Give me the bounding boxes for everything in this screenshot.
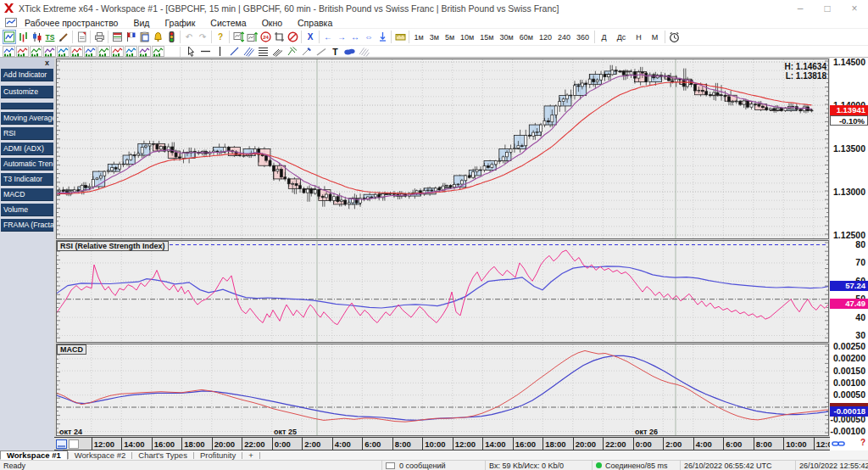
ruler-button[interactable] bbox=[393, 30, 407, 44]
sidebar-item-customize[interactable]: Customize bbox=[1, 86, 53, 98]
zoom-range-button[interactable] bbox=[231, 30, 245, 44]
sidebar-item-rsi[interactable]: RSI bbox=[1, 127, 53, 140]
indicator-preset-2-button[interactable] bbox=[15, 46, 29, 58]
workspace-tab-5[interactable]: + bbox=[242, 450, 259, 460]
menu-1[interactable]: Рабочее пространство bbox=[17, 18, 125, 28]
report-button[interactable] bbox=[75, 30, 88, 44]
line-v-tool-button[interactable] bbox=[214, 46, 227, 58]
sidebar-item-t3-indicator[interactable]: T3 Indicator bbox=[1, 173, 53, 186]
redo-button[interactable]: ↷ bbox=[196, 30, 209, 44]
no-entry-button[interactable] bbox=[286, 30, 299, 44]
status-messages[interactable]: 0 сообщений bbox=[381, 461, 485, 470]
sidebar-item-automatic-trend[interactable]: Automatic Trend bbox=[1, 158, 53, 171]
axis-properties-icon[interactable] bbox=[56, 439, 67, 449]
undo-button[interactable]: ↶ bbox=[182, 30, 196, 44]
arrow-right-button[interactable]: → bbox=[335, 30, 348, 44]
parallel-lines-tool-button[interactable] bbox=[242, 46, 256, 58]
indicator-preset-11-button[interactable] bbox=[137, 46, 151, 58]
ray-tool-button[interactable] bbox=[314, 46, 328, 58]
indicator-preset-12-button[interactable] bbox=[151, 46, 164, 58]
timeframe-5м-button[interactable]: 5м bbox=[442, 31, 457, 44]
timeframe-60м-button[interactable]: 60м bbox=[516, 31, 536, 44]
quotes-table-button[interactable] bbox=[110, 30, 124, 44]
arrow-both2-button[interactable]: ⇔ bbox=[362, 30, 376, 44]
menu-4[interactable]: Система bbox=[203, 18, 253, 28]
indicator-preset-8-button[interactable] bbox=[97, 46, 110, 58]
hours-24-button[interactable]: 24 bbox=[259, 30, 272, 44]
workspace-tab-4[interactable]: Profitunity bbox=[194, 450, 242, 460]
workspace-tab-1[interactable]: Workspace #1 bbox=[0, 450, 68, 460]
minimize-button[interactable]: – bbox=[787, 0, 814, 16]
chart-candles-button[interactable] bbox=[30, 30, 43, 44]
traffic-light-button[interactable] bbox=[164, 30, 178, 44]
help-question-icon[interactable]: ? bbox=[860, 438, 865, 447]
sidebar-item-add-indicator[interactable]: Add Indicator bbox=[1, 69, 53, 81]
arrow-both-button[interactable]: ↔ bbox=[348, 30, 362, 44]
sidebar-item-volume[interactable]: Volume bbox=[1, 204, 53, 216]
printer-button[interactable] bbox=[92, 30, 106, 44]
period-Дс-button[interactable]: Дс bbox=[612, 31, 632, 44]
menu-3[interactable]: График bbox=[157, 18, 203, 28]
period-М-button[interactable]: М bbox=[647, 31, 664, 44]
sidebar-item-admi-adx[interactable]: ADMI (ADX) bbox=[1, 143, 53, 155]
sidebar-close-icon[interactable]: x bbox=[45, 59, 49, 67]
help-key-button[interactable]: ? bbox=[214, 30, 227, 44]
period-Д-button[interactable]: Д bbox=[597, 31, 612, 44]
indicator-preset-5-button[interactable] bbox=[56, 46, 70, 58]
timeframe-240-button[interactable]: 240 bbox=[554, 31, 573, 44]
sidebar-item-frama-fractal-a[interactable]: FRAMA (Fractal A bbox=[1, 219, 53, 232]
ts-mode-button[interactable]: TS bbox=[43, 30, 57, 44]
close-button[interactable]: × bbox=[841, 0, 868, 16]
hatch-tool-button[interactable] bbox=[358, 46, 371, 58]
time-axis[interactable]: 12:0014:0016:0018:0020:0022:000:002:004:… bbox=[54, 437, 830, 450]
timeframe-1м-button[interactable]: 1м bbox=[411, 31, 426, 44]
period-Н-button[interactable]: Н bbox=[631, 31, 647, 44]
chart-line-button[interactable] bbox=[3, 30, 16, 44]
indicator-preset-1-button[interactable] bbox=[2, 46, 15, 58]
pencil-button[interactable] bbox=[57, 30, 70, 44]
line-d-tool-button[interactable] bbox=[228, 46, 242, 58]
sidebar-item-macd[interactable]: MACD bbox=[1, 188, 53, 201]
line-h-tool-button[interactable] bbox=[199, 46, 213, 58]
menu-5[interactable]: Окно bbox=[254, 18, 290, 28]
timeframe-120-button[interactable]: 120 bbox=[536, 31, 554, 44]
indicator-preset-9-button[interactable] bbox=[110, 46, 124, 58]
timeframe-360-button[interactable]: 360 bbox=[573, 31, 592, 44]
link-charts-icon[interactable] bbox=[832, 439, 845, 449]
cloud-tool-button[interactable] bbox=[343, 46, 357, 58]
indicator-preset-10-button[interactable] bbox=[124, 46, 137, 58]
timeframe-10м-button[interactable]: 10м bbox=[458, 31, 477, 44]
pitchfork-tool-button[interactable] bbox=[286, 46, 299, 58]
fib-channel-tool-button[interactable] bbox=[271, 46, 285, 58]
zoom-up-button[interactable] bbox=[245, 30, 259, 44]
fib-retracement-tool-button[interactable] bbox=[257, 46, 270, 58]
price-scale[interactable]: 1.145001.140001.135001.130001.125001.139… bbox=[830, 58, 868, 437]
axis-blank-button[interactable] bbox=[69, 439, 79, 449]
chart-bars-button[interactable] bbox=[16, 30, 30, 44]
text-tool-tool-button[interactable]: T bbox=[329, 46, 342, 58]
maximize-button[interactable]: □ bbox=[814, 0, 841, 16]
clipboard-button[interactable] bbox=[137, 30, 151, 44]
arrow-last-button[interactable] bbox=[376, 30, 389, 44]
alarm-clock-button[interactable] bbox=[667, 30, 681, 44]
menu-2[interactable]: Вид bbox=[125, 18, 157, 28]
workspace-tab-3[interactable]: Chart's Types bbox=[132, 450, 193, 460]
indicator-preset-6-button[interactable] bbox=[70, 46, 83, 58]
menu-6[interactable]: Справка bbox=[290, 18, 340, 28]
timeframe-15м-button[interactable]: 15м bbox=[477, 31, 497, 44]
delete-x-button[interactable]: X bbox=[303, 30, 317, 44]
timeframe-3м-button[interactable]: 3м bbox=[426, 31, 442, 44]
arrow-left-button[interactable]: ← bbox=[321, 30, 335, 44]
indicator-preset-4-button[interactable] bbox=[42, 46, 56, 58]
alarm-bell-button[interactable] bbox=[151, 30, 164, 44]
flag-button[interactable] bbox=[124, 30, 137, 44]
indicator-preset-7-button[interactable] bbox=[83, 46, 97, 58]
indicator-preset-3-button[interactable] bbox=[29, 46, 42, 58]
sidebar-item-moving-average[interactable]: Moving Average bbox=[1, 112, 53, 125]
rsi-panel-title[interactable]: RSI (Relative Strength Index) bbox=[57, 241, 169, 251]
pen-line-tool-button[interactable] bbox=[300, 46, 314, 58]
pointer-tool-button[interactable] bbox=[185, 46, 198, 58]
macd-panel-title[interactable]: MACD bbox=[57, 344, 86, 355]
timeframe-30м-button[interactable]: 30м bbox=[497, 31, 516, 44]
workspace-tab-2[interactable]: Workspace #2 bbox=[69, 450, 132, 460]
